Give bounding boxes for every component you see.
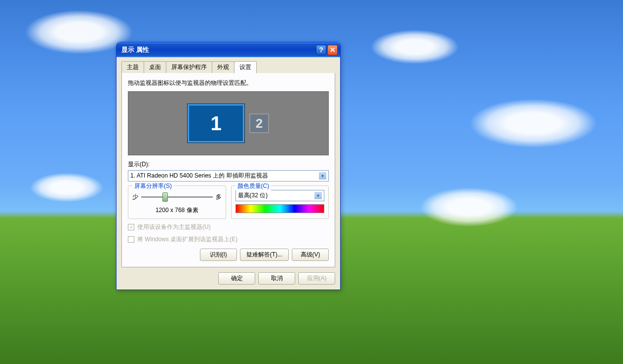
tab-appearance[interactable]: 外观 [212,61,234,73]
help-button[interactable]: ? [316,45,326,55]
slider-more-label: 多 [216,193,222,201]
monitor-preview-area: 1 2 [128,91,329,155]
resolution-value: 1200 x 768 像素 [132,206,222,215]
primary-monitor-label: 使用该设备作为主监视器(U) [137,223,211,231]
window-title: 显示 属性 [121,45,316,54]
cancel-button[interactable]: 取消 [258,272,295,285]
ok-button[interactable]: 确定 [218,272,255,285]
display-value: 1. ATI Radeon HD 5400 Series 上的 即插即用监视器 [130,172,268,180]
extend-desktop-checkbox [128,236,134,243]
desktop-background: 显示 属性 ? ✕ 主题 桌面 屏幕保护程序 外观 设置 拖动监视器图标以便与监… [0,0,623,364]
tab-desktop[interactable]: 桌面 [144,61,166,73]
identify-button[interactable]: 识别(I) [200,249,237,261]
resolution-legend: 屏幕分辨率(S) [132,182,174,190]
primary-monitor-checkbox-row: ✓ 使用该设备作为主监视器(U) [128,223,329,231]
display-properties-window: 显示 属性 ? ✕ 主题 桌面 屏幕保护程序 外观 设置 拖动监视器图标以便与监… [116,42,341,290]
tab-screensaver[interactable]: 屏幕保护程序 [166,61,212,73]
color-spectrum [235,204,325,213]
tab-theme[interactable]: 主题 [121,61,144,73]
advanced-button[interactable]: 高级(V) [292,249,329,261]
chevron-down-icon: ▼ [314,192,322,199]
monitor-2[interactable]: 2 [249,113,269,133]
close-button[interactable]: ✕ [327,45,338,55]
titlebar[interactable]: 显示 属性 ? ✕ [117,42,340,57]
tab-content-settings: 拖动监视器图标以便与监视器的物理设置匹配。 1 2 显示(D): 1. ATI … [121,73,335,267]
slider-less-label: 少 [132,193,138,201]
monitor-1[interactable]: 1 [188,104,244,143]
resolution-slider[interactable] [141,196,213,198]
color-fieldset: 颜色质量(C) 最高(32 位) ▼ [231,185,329,219]
slider-thumb[interactable] [162,192,168,202]
color-legend: 颜色质量(C) [235,182,272,190]
color-dropdown[interactable]: 最高(32 位) ▼ [235,190,325,201]
apply-button[interactable]: 应用(A) [298,272,335,285]
display-dropdown[interactable]: 1. ATI Radeon HD 5400 Series 上的 即插即用监视器 … [128,170,329,182]
primary-monitor-checkbox: ✓ [128,224,134,230]
troubleshoot-button[interactable]: 疑难解答(T)... [240,249,289,261]
color-value: 最高(32 位) [238,191,268,200]
resolution-fieldset: 屏幕分辨率(S) 少 多 1200 x 768 像素 [128,185,226,219]
chevron-down-icon: ▼ [319,172,326,180]
display-label: 显示(D): [128,160,329,169]
window-body: 主题 桌面 屏幕保护程序 外观 设置 拖动监视器图标以便与监视器的物理设置匹配。… [117,57,340,290]
tab-strip: 主题 桌面 屏幕保护程序 外观 设置 [121,61,335,73]
tab-settings[interactable]: 设置 [234,61,257,73]
extend-desktop-label: 将 Windows 桌面扩展到该监视器上(E) [137,235,237,244]
instruction-text: 拖动监视器图标以便与监视器的物理设置匹配。 [128,79,329,87]
extend-desktop-checkbox-row: 将 Windows 桌面扩展到该监视器上(E) [128,235,329,244]
